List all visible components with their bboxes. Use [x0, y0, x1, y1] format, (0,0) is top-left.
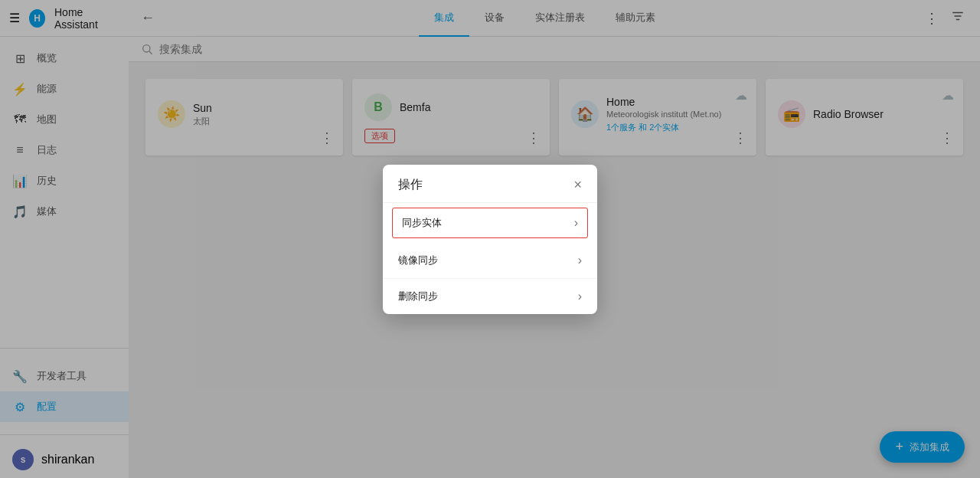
dialog-item-label: 同步实体	[402, 216, 442, 230]
dialog-title: 操作	[398, 177, 423, 193]
dialog-item-sync-entities[interactable]: 同步实体 ›	[392, 208, 588, 238]
dialog-item-label: 删除同步	[398, 290, 438, 303]
dialog-close-button[interactable]: ×	[573, 177, 582, 193]
chevron-right-icon: ›	[578, 290, 582, 303]
dialog-item-delete-sync[interactable]: 删除同步 ›	[383, 279, 597, 314]
dialog-item-label: 镜像同步	[398, 254, 438, 267]
dialog-overlay[interactable]: 操作 × 同步实体 › 镜像同步 › 删除同步 ›	[0, 0, 980, 478]
dialog-header: 操作 ×	[383, 165, 597, 203]
dialog-item-mirror-sync[interactable]: 镜像同步 ›	[383, 243, 597, 279]
chevron-right-icon: ›	[578, 254, 582, 267]
action-dialog: 操作 × 同步实体 › 镜像同步 › 删除同步 ›	[383, 165, 597, 314]
chevron-right-icon: ›	[574, 216, 578, 230]
